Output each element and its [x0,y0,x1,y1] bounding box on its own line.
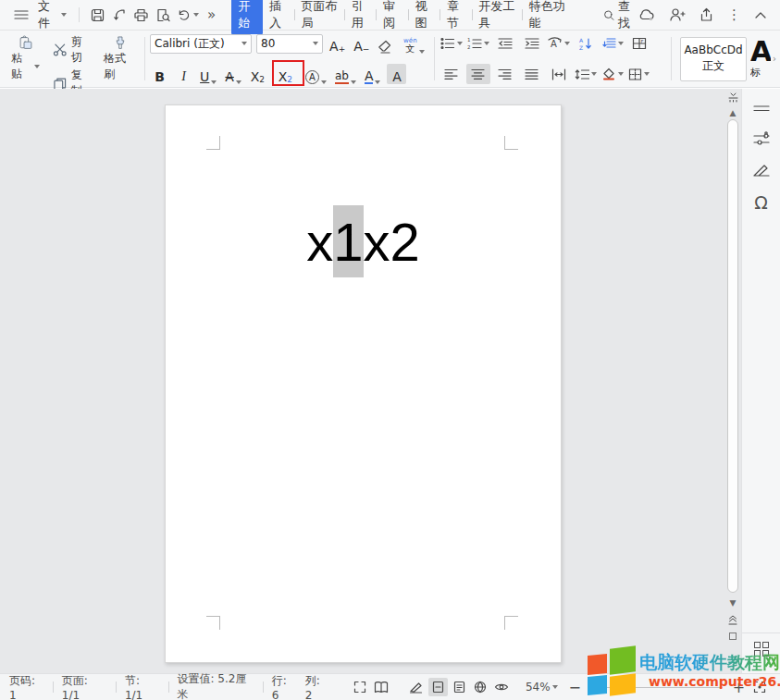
tab-page-layout[interactable]: 页面布局 [295,0,344,34]
zoom-out-button[interactable]: − [565,678,585,696]
numbering-button[interactable]: 12 [466,33,490,54]
tab-special-features[interactable]: 特色功能 [522,0,571,34]
status-section[interactable]: 节: 1/1 [125,673,160,700]
two-page-view-icon[interactable] [371,678,390,696]
gallery-scroll-icon[interactable]: › [773,54,776,64]
tab-section[interactable]: 章节 [440,0,472,34]
document-page[interactable]: x1x2 [165,104,562,663]
hamburger-menu-icon[interactable] [9,6,33,24]
task-pane-icon[interactable] [749,96,774,120]
print-preview-button[interactable] [155,5,173,25]
scroll-up-icon[interactable]: ▲ [730,108,737,117]
eye-protect-icon[interactable] [492,678,512,696]
tab-references[interactable]: 引用 [345,0,377,34]
divider [742,632,780,633]
scrollbar-thumb[interactable] [727,119,738,593]
tab-review[interactable]: 审阅 [377,0,408,34]
italic-button[interactable]: I [174,64,193,84]
font-color-button[interactable]: A [363,64,383,84]
outline-view-icon[interactable] [450,678,469,696]
print-button[interactable] [132,5,151,25]
overflow-menu-button[interactable]: ⋮ [727,6,741,23]
shrink-font-button[interactable]: A− [352,33,371,54]
justify-button[interactable] [520,64,544,84]
find-label: 查找 [618,0,638,31]
previous-page-icon[interactable] [727,615,738,625]
divider [168,682,169,693]
add-user-button[interactable] [669,7,686,22]
increase-indent-button[interactable] [520,33,544,54]
text-effects-button[interactable]: A [303,64,328,84]
more-tools-button[interactable]: » [203,5,221,25]
superscript-button[interactable]: X2 [248,64,267,84]
status-column[interactable]: 列: 2 [305,673,329,700]
sort-button[interactable]: AZ [574,33,598,54]
style-item-normal[interactable]: AaBbCcDd 正文 [680,37,747,81]
tab-insert[interactable]: 插入 [263,0,294,34]
pinyin-guide-button[interactable]: wén 文 [400,33,427,54]
line-spacing-button[interactable] [574,64,598,84]
cut-button[interactable]: 剪切 [51,33,94,67]
undo-button[interactable] [177,5,199,25]
paste-button[interactable]: 粘贴 [7,33,43,84]
save-button[interactable] [88,5,106,25]
tab-developer[interactable]: 开发工具 [472,0,521,34]
vertical-scrollbar[interactable]: ▲ ▼ [724,89,741,673]
page-view-icon[interactable] [428,678,448,696]
zoom-level-button[interactable]: 54% [526,681,558,694]
divider [144,37,145,80]
scroll-down-icon[interactable]: ▼ [730,598,737,608]
status-line[interactable]: 行: 6 [272,673,296,700]
divider [116,682,117,693]
ruler-toggle-icon[interactable] [727,92,739,103]
char-shading-button[interactable]: A [387,64,406,84]
shading-button[interactable] [600,64,625,84]
subscript-button[interactable]: X2 [276,64,295,84]
tab-view[interactable]: 视图 [408,0,440,34]
style-item-heading[interactable]: A 标 [750,37,771,81]
paragraph-layout-button[interactable] [600,33,625,54]
zoom-slider[interactable] [591,687,723,688]
font-size-select[interactable]: 80 [256,34,323,54]
distribute-button[interactable] [547,64,571,84]
share-button[interactable] [699,7,714,22]
decrease-indent-button[interactable] [493,33,517,54]
fullscreen-icon[interactable] [350,678,369,696]
status-page-number[interactable]: 页码: 1 [9,673,44,700]
text-direction-button[interactable]: A [547,33,571,54]
manuscript-grid-button[interactable]: F [627,33,651,54]
borders-button[interactable] [627,64,651,84]
grid-squares-icon[interactable] [754,642,769,657]
ink-mode-icon[interactable] [406,678,426,696]
web-view-icon[interactable] [471,678,490,696]
grow-font-button[interactable]: A+ [328,33,347,54]
file-menu-button[interactable]: 文件 [33,0,71,34]
export-button[interactable] [110,5,129,25]
find-button[interactable]: 查找 [603,0,638,31]
highlight-color-button[interactable]: ab [333,64,358,84]
collapse-ribbon-button[interactable] [754,11,767,19]
align-center-button[interactable] [466,64,490,84]
status-setting[interactable]: 设置值: 5.2厘米 [177,671,254,700]
symbol-omega-icon[interactable]: Ω [749,190,774,215]
fit-page-icon[interactable] [750,678,770,696]
chevron-down-icon [61,13,67,17]
align-right-button[interactable] [493,64,517,84]
settings-sliders-icon[interactable] [749,128,774,152]
underline-button[interactable]: U [198,64,218,84]
bullets-button[interactable] [440,33,464,54]
zoom-in-button[interactable]: + [729,678,749,696]
cloud-sync-button[interactable] [638,7,656,22]
ribbon-tabs: 开始 插入 页面布局 引用 审阅 视图 章节 开发工具 特色功能 [231,0,571,34]
strikethrough-button[interactable]: A [223,64,243,84]
document-text-line[interactable]: x1x2 [166,205,561,277]
browse-object-icon[interactable] [729,632,737,640]
bold-button[interactable]: B [150,64,169,84]
align-left-button[interactable] [440,64,464,84]
format-painter-button[interactable]: 格式刷 [100,33,140,84]
status-page[interactable]: 页面: 1/1 [62,673,107,700]
tab-home[interactable]: 开始 [231,0,263,34]
font-family-select[interactable]: Calibri (正文) [150,34,252,54]
pen-tool-icon[interactable] [749,159,774,183]
clear-format-button[interactable] [376,33,395,54]
